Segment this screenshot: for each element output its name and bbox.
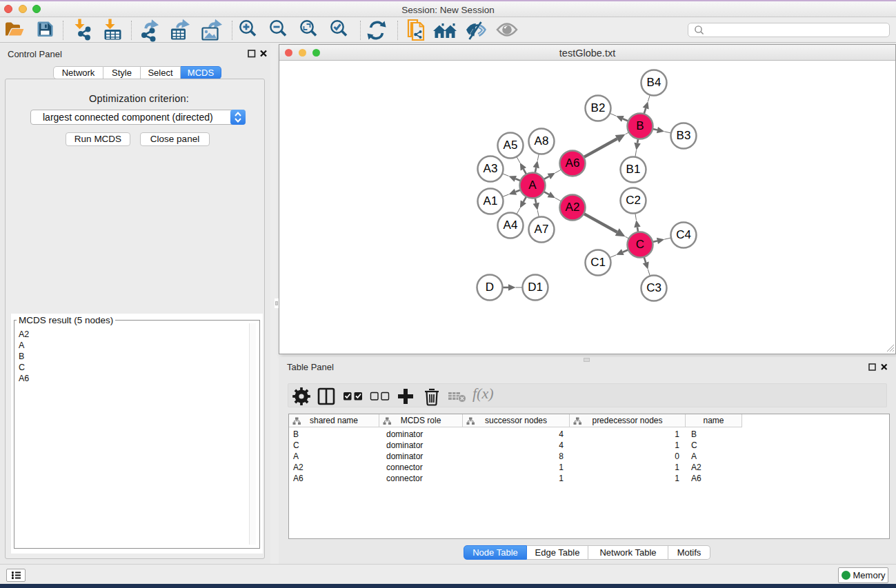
svg-text:C1: C1 xyxy=(590,256,606,269)
svg-text:B4: B4 xyxy=(647,76,661,89)
svg-text:B2: B2 xyxy=(591,101,606,114)
svg-text:C2: C2 xyxy=(626,194,641,207)
svg-text:B3: B3 xyxy=(677,129,691,142)
svg-text:C4: C4 xyxy=(676,228,691,241)
svg-text:C: C xyxy=(636,238,644,251)
svg-text:A7: A7 xyxy=(535,223,549,236)
svg-text:D: D xyxy=(486,281,494,294)
svg-text:A8: A8 xyxy=(535,134,549,148)
svg-text:A5: A5 xyxy=(504,139,518,152)
svg-text:A2: A2 xyxy=(566,201,580,214)
svg-text:B: B xyxy=(636,119,644,132)
svg-text:A3: A3 xyxy=(484,162,498,175)
svg-text:D1: D1 xyxy=(528,281,543,294)
svg-text:A1: A1 xyxy=(484,194,498,207)
svg-text:A6: A6 xyxy=(566,156,580,170)
svg-text:B1: B1 xyxy=(626,163,641,176)
svg-text:A4: A4 xyxy=(504,219,518,232)
svg-text:A: A xyxy=(528,179,537,192)
svg-text:C3: C3 xyxy=(646,281,661,294)
